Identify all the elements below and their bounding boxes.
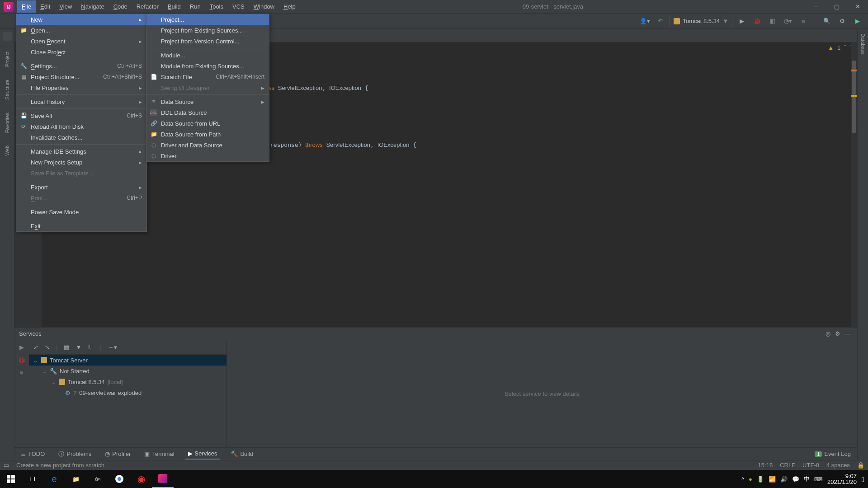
menu-item-invalidate-caches[interactable]: Invalidate Caches... xyxy=(16,132,146,143)
stop-icon[interactable]: ■ xyxy=(17,367,27,377)
menu-item-ddl-data-source[interactable]: DDLDDL Data Source xyxy=(146,107,269,118)
statusbar-icon[interactable]: ▭ xyxy=(4,462,9,469)
chrome-icon[interactable] xyxy=(108,470,130,488)
menu-item-file-properties[interactable]: File Properties▸ xyxy=(16,82,146,93)
menu-item-close-project[interactable]: Close Project xyxy=(16,47,146,57)
chevron-up-icon[interactable]: ˆ xyxy=(844,44,846,51)
target-icon[interactable]: ◎ xyxy=(823,329,833,339)
menu-item-settings[interactable]: 🔧Settings...Ctrl+Alt+S xyxy=(16,61,146,71)
menu-item-driver-and-data-source[interactable]: ◌Driver and Data Source xyxy=(146,140,269,150)
wifi-icon[interactable]: 📶 xyxy=(769,476,776,483)
filter-icon[interactable]: ▼ xyxy=(75,344,81,351)
run-config-selector[interactable]: Tomcat 8.5.34 ▼ xyxy=(670,16,732,26)
menu-file[interactable]: File xyxy=(17,0,36,13)
run-icon[interactable]: ▶ xyxy=(17,342,27,352)
bottom-tab-profiler[interactable]: ◔Profiler xyxy=(102,449,133,459)
menu-item-manage-ide-settings[interactable]: Manage IDE Settings▸ xyxy=(16,146,146,157)
menu-item-open[interactable]: 📁Open... xyxy=(16,25,146,36)
gear-icon[interactable]: ⚙ xyxy=(836,15,848,27)
menu-item-module[interactable]: Module... xyxy=(146,50,269,61)
menu-item-project-from-existing-sources[interactable]: Project from Existing Sources... xyxy=(146,25,269,36)
event-log-button[interactable]: 1Event Log xyxy=(812,449,854,459)
bottom-tab-services[interactable]: ▶Services xyxy=(185,448,220,460)
back-hammer-icon[interactable]: ↶ xyxy=(654,15,666,27)
group-icon[interactable]: ⩏ xyxy=(88,344,94,351)
menu-item-scratch-file[interactable]: 📄Scratch FileCtrl+Alt+Shift+Insert xyxy=(146,71,269,82)
intellij-icon[interactable] xyxy=(152,470,174,488)
menu-edit[interactable]: Edit xyxy=(36,0,55,13)
menu-item-project-from-version-control[interactable]: Project from Version Control... xyxy=(146,36,269,47)
menu-view[interactable]: View xyxy=(55,0,76,13)
start-button[interactable] xyxy=(0,470,22,488)
menu-tools[interactable]: Tools xyxy=(205,0,228,13)
twisty-icon[interactable]: ⌄ xyxy=(33,357,38,364)
notification-icon[interactable]: 💬 xyxy=(792,476,799,483)
tray-chevron-icon[interactable]: ^ xyxy=(741,476,744,483)
volume-icon[interactable]: 🔊 xyxy=(780,476,788,483)
tool-web[interactable]: Web xyxy=(5,144,10,157)
edge-icon[interactable]: e xyxy=(43,470,65,488)
menu-item-export[interactable]: Export▸ xyxy=(16,182,146,192)
menu-item-new[interactable]: New▸ xyxy=(16,14,146,25)
menu-window[interactable]: Window xyxy=(249,0,279,13)
ime-icon[interactable]: 中 xyxy=(804,475,810,483)
menu-navigate[interactable]: Navigate xyxy=(76,0,108,13)
collapse-icon[interactable]: ⤡ xyxy=(45,344,50,351)
menu-code[interactable]: Code xyxy=(109,0,132,13)
inspection-widget[interactable]: ▲ 1 ˆ ˇ xyxy=(828,44,852,51)
task-view-icon[interactable]: ❐ xyxy=(22,470,43,488)
coverage-button[interactable]: ◧ xyxy=(767,15,778,27)
gear-icon[interactable]: ⚙ xyxy=(833,329,843,339)
tree-row-root[interactable]: ⌄ Tomcat Server xyxy=(29,355,226,366)
menu-build[interactable]: Build xyxy=(163,0,185,13)
clock[interactable]: 9:07 2021/11/20 xyxy=(827,473,857,485)
expand-icon[interactable]: ⤢ xyxy=(33,344,38,351)
store-icon[interactable]: 🛍 xyxy=(87,470,108,488)
status-indent[interactable]: 4 spaces xyxy=(826,462,850,469)
menu-item-local-history[interactable]: Local History▸ xyxy=(16,96,146,107)
status-encoding[interactable]: UTF-8 xyxy=(802,462,819,469)
menu-item-module-from-existing-sources[interactable]: Module from Existing Sources... xyxy=(146,61,269,71)
tool-database[interactable]: Database xyxy=(860,32,866,56)
twisty-icon[interactable]: ⌄ xyxy=(51,379,56,385)
tree-row-artifact[interactable]: ⚙ ? 09-servlet:war exploded xyxy=(29,387,226,398)
menu-item-power-save-mode[interactable]: Power Save Mode xyxy=(16,206,146,217)
menu-item-save-all[interactable]: 💾Save AllCtrl+S xyxy=(16,110,146,121)
menu-item-reload-all-from-disk[interactable]: ⟳Reload All from Disk xyxy=(16,121,146,132)
tool-structure[interactable]: Structure xyxy=(5,78,10,102)
bottom-tab-terminal[interactable]: ▣Terminal xyxy=(142,449,177,459)
menu-refactor[interactable]: Refactor xyxy=(132,0,163,13)
menu-item-exit[interactable]: Exit xyxy=(16,221,146,231)
lock-icon[interactable]: 🔒 xyxy=(857,462,864,469)
status-lineending[interactable]: CRLF xyxy=(780,462,795,469)
menu-item-driver[interactable]: ◌Driver xyxy=(146,150,269,161)
menu-item-data-source-from-url[interactable]: 🔗Data Source from URL xyxy=(146,118,269,129)
maximize-button[interactable]: ▢ xyxy=(826,0,847,14)
menu-vcs[interactable]: VCS xyxy=(228,0,249,13)
close-button[interactable]: ✕ xyxy=(847,0,868,14)
scrollbar-thumb[interactable] xyxy=(852,61,856,133)
menu-help[interactable]: Help xyxy=(279,0,300,13)
tool-project[interactable]: Project xyxy=(5,50,10,69)
grid-icon[interactable]: ▦ xyxy=(64,344,69,351)
bottom-tab-problems[interactable]: ⓘProblems xyxy=(56,448,94,460)
search-icon[interactable]: 🔍 xyxy=(821,15,833,27)
editor-scrollbar[interactable] xyxy=(851,42,857,327)
ime2-icon[interactable]: ⌨ xyxy=(814,476,823,483)
add-user-icon[interactable]: 👤▾ xyxy=(639,15,651,27)
project-tool-icon[interactable] xyxy=(3,32,12,41)
run-button[interactable]: ▶ xyxy=(736,15,748,27)
tray-app-icon[interactable]: ● xyxy=(749,476,752,483)
menu-item-data-source[interactable]: ≡Data Source▸ xyxy=(146,96,269,107)
battery-icon[interactable]: 🔋 xyxy=(757,476,764,483)
menu-item-new-projects-setup[interactable]: New Projects Setup▸ xyxy=(16,157,146,168)
stop-button[interactable]: ■ xyxy=(797,15,809,27)
menu-item-project-structure[interactable]: ▦Project Structure...Ctrl+Alt+Shift+S xyxy=(16,71,146,82)
minimize-button[interactable]: ─ xyxy=(806,0,826,14)
tree-row-status[interactable]: ⌄ 🔧 Not Started xyxy=(29,366,226,376)
menu-item-data-source-from-path[interactable]: 📁Data Source from Path xyxy=(146,129,269,140)
tree-row-instance[interactable]: ⌄ Tomcat 8.5.34 [local] xyxy=(29,376,226,387)
tool-favorites[interactable]: Favorites xyxy=(5,111,10,135)
profile-button[interactable]: ◔▾ xyxy=(782,15,794,27)
status-caret[interactable]: 15:16 xyxy=(758,462,773,469)
